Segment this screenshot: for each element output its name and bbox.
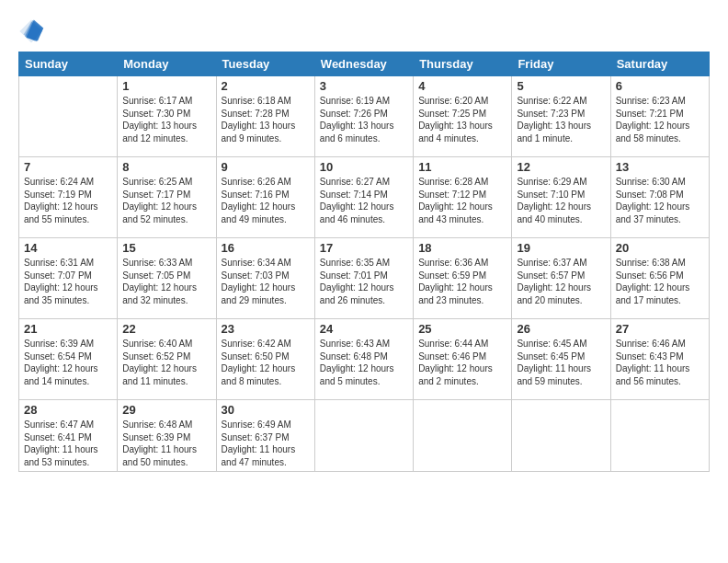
calendar-cell: 13Sunrise: 6:30 AM Sunset: 7:08 PM Dayli… [610, 157, 709, 238]
day-number: 5 [517, 79, 605, 93]
calendar-cell: 10Sunrise: 6:27 AM Sunset: 7:14 PM Dayli… [314, 157, 413, 238]
day-info: Sunrise: 6:23 AM Sunset: 7:21 PM Dayligh… [616, 95, 704, 144]
calendar-week-row: 7Sunrise: 6:24 AM Sunset: 7:19 PM Daylig… [19, 157, 710, 238]
calendar-cell: 14Sunrise: 6:31 AM Sunset: 7:07 PM Dayli… [19, 238, 118, 319]
day-info: Sunrise: 6:35 AM Sunset: 7:01 PM Dayligh… [320, 257, 408, 306]
day-number: 16 [222, 241, 310, 255]
logo [18, 18, 48, 44]
day-info: Sunrise: 6:30 AM Sunset: 7:08 PM Dayligh… [616, 176, 704, 225]
day-info: Sunrise: 6:36 AM Sunset: 6:59 PM Dayligh… [418, 257, 506, 306]
calendar-cell: 8Sunrise: 6:25 AM Sunset: 7:17 PM Daylig… [118, 157, 216, 238]
day-number: 9 [222, 160, 310, 174]
day-number: 4 [418, 79, 506, 93]
calendar-header-row: SundayMondayTuesdayWednesdayThursdayFrid… [19, 52, 710, 76]
calendar-cell: 19Sunrise: 6:37 AM Sunset: 6:57 PM Dayli… [512, 238, 610, 319]
day-number: 23 [222, 322, 310, 336]
calendar-cell [610, 400, 709, 472]
day-number: 12 [517, 160, 605, 174]
logo-icon [18, 18, 44, 44]
calendar-cell: 28Sunrise: 6:47 AM Sunset: 6:41 PM Dayli… [19, 400, 118, 472]
calendar-cell: 23Sunrise: 6:42 AM Sunset: 6:50 PM Dayli… [216, 319, 314, 400]
weekday-header: Tuesday [216, 52, 314, 76]
calendar-cell: 5Sunrise: 6:22 AM Sunset: 7:23 PM Daylig… [512, 76, 610, 157]
day-number: 6 [616, 79, 704, 93]
calendar-cell: 4Sunrise: 6:20 AM Sunset: 7:25 PM Daylig… [414, 76, 512, 157]
day-info: Sunrise: 6:22 AM Sunset: 7:23 PM Dayligh… [517, 95, 605, 144]
day-info: Sunrise: 6:46 AM Sunset: 6:43 PM Dayligh… [616, 338, 704, 387]
day-info: Sunrise: 6:37 AM Sunset: 6:57 PM Dayligh… [517, 257, 605, 306]
day-number: 25 [418, 322, 506, 336]
day-info: Sunrise: 6:17 AM Sunset: 7:30 PM Dayligh… [122, 95, 210, 144]
day-number: 29 [122, 403, 210, 417]
calendar-cell: 30Sunrise: 6:49 AM Sunset: 6:37 PM Dayli… [216, 400, 314, 472]
day-info: Sunrise: 6:49 AM Sunset: 6:37 PM Dayligh… [222, 419, 310, 468]
day-info: Sunrise: 6:45 AM Sunset: 6:45 PM Dayligh… [517, 338, 605, 387]
day-number: 24 [320, 322, 408, 336]
calendar-cell: 3Sunrise: 6:19 AM Sunset: 7:26 PM Daylig… [314, 76, 413, 157]
calendar-week-row: 1Sunrise: 6:17 AM Sunset: 7:30 PM Daylig… [19, 76, 710, 157]
calendar-cell: 9Sunrise: 6:26 AM Sunset: 7:16 PM Daylig… [216, 157, 314, 238]
day-info: Sunrise: 6:42 AM Sunset: 6:50 PM Dayligh… [222, 338, 310, 387]
weekday-header: Thursday [414, 52, 512, 76]
day-info: Sunrise: 6:39 AM Sunset: 6:54 PM Dayligh… [24, 338, 112, 387]
calendar-cell [414, 400, 512, 472]
calendar-cell: 11Sunrise: 6:28 AM Sunset: 7:12 PM Dayli… [414, 157, 512, 238]
calendar-cell: 12Sunrise: 6:29 AM Sunset: 7:10 PM Dayli… [512, 157, 610, 238]
calendar-cell: 21Sunrise: 6:39 AM Sunset: 6:54 PM Dayli… [19, 319, 118, 400]
day-info: Sunrise: 6:27 AM Sunset: 7:14 PM Dayligh… [320, 176, 408, 225]
day-info: Sunrise: 6:47 AM Sunset: 6:41 PM Dayligh… [24, 419, 112, 468]
calendar-cell: 6Sunrise: 6:23 AM Sunset: 7:21 PM Daylig… [610, 76, 709, 157]
day-info: Sunrise: 6:26 AM Sunset: 7:16 PM Dayligh… [222, 176, 310, 225]
day-info: Sunrise: 6:28 AM Sunset: 7:12 PM Dayligh… [418, 176, 506, 225]
calendar-cell: 27Sunrise: 6:46 AM Sunset: 6:43 PM Dayli… [610, 319, 709, 400]
calendar-cell [512, 400, 610, 472]
calendar-cell: 17Sunrise: 6:35 AM Sunset: 7:01 PM Dayli… [314, 238, 413, 319]
calendar-cell: 25Sunrise: 6:44 AM Sunset: 6:46 PM Dayli… [414, 319, 512, 400]
day-number: 26 [517, 322, 605, 336]
day-info: Sunrise: 6:40 AM Sunset: 6:52 PM Dayligh… [122, 338, 210, 387]
day-number: 7 [24, 160, 112, 174]
day-number: 14 [24, 241, 112, 255]
calendar-cell: 20Sunrise: 6:38 AM Sunset: 6:56 PM Dayli… [610, 238, 709, 319]
day-number: 13 [616, 160, 704, 174]
weekday-header: Saturday [610, 52, 709, 76]
day-info: Sunrise: 6:24 AM Sunset: 7:19 PM Dayligh… [24, 176, 112, 225]
day-info: Sunrise: 6:34 AM Sunset: 7:03 PM Dayligh… [222, 257, 310, 306]
day-number: 8 [122, 160, 210, 174]
calendar-table: SundayMondayTuesdayWednesdayThursdayFrid… [18, 52, 710, 472]
calendar-cell: 22Sunrise: 6:40 AM Sunset: 6:52 PM Dayli… [118, 319, 216, 400]
day-number: 22 [122, 322, 210, 336]
day-info: Sunrise: 6:38 AM Sunset: 6:56 PM Dayligh… [616, 257, 704, 306]
calendar-cell: 16Sunrise: 6:34 AM Sunset: 7:03 PM Dayli… [216, 238, 314, 319]
day-number: 11 [418, 160, 506, 174]
weekday-header: Monday [118, 52, 216, 76]
weekday-header: Wednesday [314, 52, 413, 76]
calendar-cell: 24Sunrise: 6:43 AM Sunset: 6:48 PM Dayli… [314, 319, 413, 400]
calendar-cell: 15Sunrise: 6:33 AM Sunset: 7:05 PM Dayli… [118, 238, 216, 319]
day-number: 2 [222, 79, 310, 93]
day-info: Sunrise: 6:19 AM Sunset: 7:26 PM Dayligh… [320, 95, 408, 144]
day-number: 18 [418, 241, 506, 255]
calendar-cell: 18Sunrise: 6:36 AM Sunset: 6:59 PM Dayli… [414, 238, 512, 319]
day-number: 30 [222, 403, 310, 417]
calendar-week-row: 14Sunrise: 6:31 AM Sunset: 7:07 PM Dayli… [19, 238, 710, 319]
day-info: Sunrise: 6:48 AM Sunset: 6:39 PM Dayligh… [122, 419, 210, 468]
weekday-header: Sunday [19, 52, 118, 76]
calendar-week-row: 21Sunrise: 6:39 AM Sunset: 6:54 PM Dayli… [19, 319, 710, 400]
weekday-header: Friday [512, 52, 610, 76]
day-number: 19 [517, 241, 605, 255]
day-number: 1 [122, 79, 210, 93]
page: SundayMondayTuesdayWednesdayThursdayFrid… [0, 0, 728, 563]
day-number: 15 [122, 241, 210, 255]
calendar-cell [19, 76, 118, 157]
day-info: Sunrise: 6:33 AM Sunset: 7:05 PM Dayligh… [122, 257, 210, 306]
day-number: 3 [320, 79, 408, 93]
day-number: 28 [24, 403, 112, 417]
day-number: 17 [320, 241, 408, 255]
calendar-cell [314, 400, 413, 472]
calendar-cell: 29Sunrise: 6:48 AM Sunset: 6:39 PM Dayli… [118, 400, 216, 472]
day-number: 21 [24, 322, 112, 336]
day-number: 20 [616, 241, 704, 255]
calendar-cell: 7Sunrise: 6:24 AM Sunset: 7:19 PM Daylig… [19, 157, 118, 238]
day-info: Sunrise: 6:25 AM Sunset: 7:17 PM Dayligh… [122, 176, 210, 225]
